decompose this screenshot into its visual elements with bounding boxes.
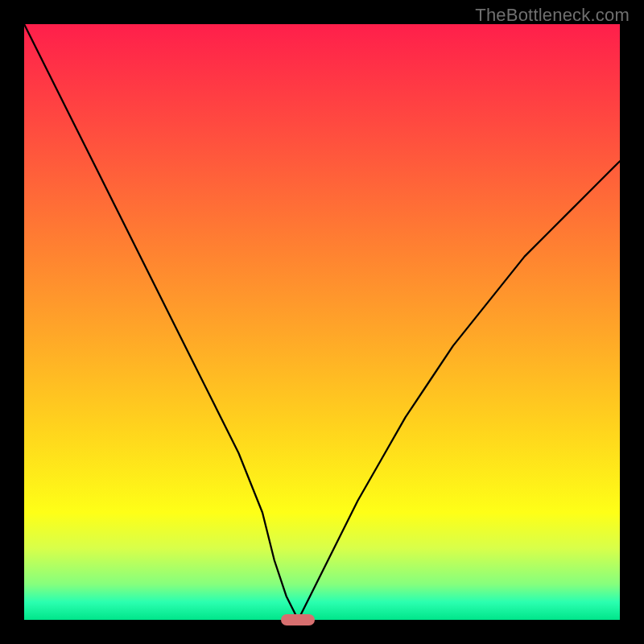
minimum-marker bbox=[281, 614, 315, 625]
curve-svg bbox=[24, 24, 620, 620]
bottleneck-curve-path bbox=[24, 24, 620, 620]
chart-frame: TheBottleneck.com bbox=[0, 0, 644, 644]
watermark-text: TheBottleneck.com bbox=[475, 5, 630, 26]
plot-area bbox=[24, 24, 620, 620]
